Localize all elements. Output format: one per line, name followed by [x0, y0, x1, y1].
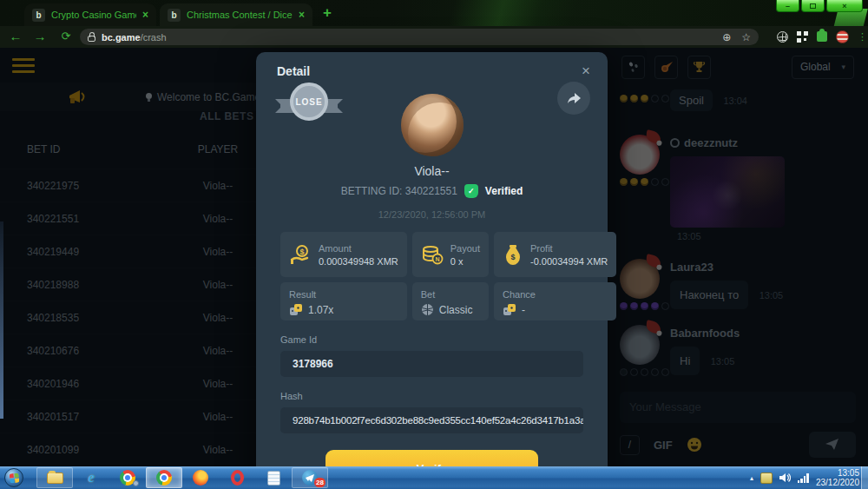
dice-icon — [289, 303, 303, 317]
address-bar[interactable]: bc.game/crash ⊕ ☆ — [80, 29, 759, 45]
tab-close-icon[interactable]: × — [142, 9, 148, 21]
tab-close-icon[interactable]: × — [299, 9, 305, 21]
stat-amount: $ Amount0.000349948 XMR — [280, 232, 407, 277]
notepad-icon — [267, 471, 280, 486]
ie-icon: e — [88, 469, 95, 486]
ssl-lock-icon[interactable] — [88, 36, 95, 42]
screen: b Crypto Casino Games - The 16 B × b Chr… — [0, 0, 868, 489]
lose-badge: LOSE — [280, 80, 338, 127]
new-tab-button[interactable]: + — [323, 4, 332, 22]
firefox-icon — [193, 470, 208, 486]
bet-stats-grid: $ Amount0.000349948 XMR N Payout0 x — [280, 232, 583, 320]
ball-icon — [421, 303, 434, 316]
hand-coin-icon: $ — [289, 243, 312, 266]
tab-favicon: b — [168, 9, 181, 22]
taskbar-notepad[interactable] — [255, 467, 292, 488]
money-bag-icon: $ — [503, 243, 523, 266]
stat-bet: Bet Classic — [412, 282, 489, 320]
taskbar-explorer[interactable] — [36, 467, 73, 488]
tray-expand-icon[interactable]: ▴ — [750, 474, 753, 482]
coin-stack-icon: N — [421, 243, 444, 266]
window-controls: – × — [776, 0, 863, 12]
stat-result: Result 1.07x — [280, 282, 407, 320]
svg-text:N: N — [435, 256, 439, 262]
system-tray: ▴ 13:05 23/12/2020 — [750, 466, 859, 489]
opera-icon — [231, 470, 244, 486]
taskbar-chrome-active[interactable] — [146, 467, 182, 488]
window-maximize-button[interactable] — [801, 0, 825, 12]
window-minimize-button[interactable]: – — [776, 0, 799, 12]
share-arrow-icon — [566, 91, 582, 105]
forward-button[interactable]: → — [31, 29, 49, 44]
taskbar-telegram[interactable]: 28 — [292, 467, 328, 488]
browser-tab-christmas-contest[interactable]: b Christmas Contest / Dice Roll Hu × — [160, 3, 312, 26]
taskbar-internet-explorer[interactable]: e — [73, 467, 109, 488]
back-button[interactable]: ← — [7, 29, 24, 44]
start-button[interactable] — [4, 468, 23, 487]
bet-datetime: 12/23/2020, 12:56:00 PM — [256, 209, 608, 220]
show-desktop-button[interactable] — [861, 466, 868, 489]
gear-icon — [133, 480, 139, 486]
taskbar-firefox[interactable] — [182, 467, 219, 488]
verified-label: Verified — [485, 185, 523, 197]
extensions-row: ⋮ — [777, 28, 861, 45]
hash-label: Hash — [280, 391, 583, 401]
stat-chance: Chance - — [494, 282, 616, 320]
modal-title: Detail — [277, 64, 310, 78]
game-id-label: Game Id — [280, 334, 583, 345]
svg-text:$: $ — [299, 248, 304, 256]
telegram-badge: 28 — [314, 478, 326, 487]
puzzle-extension-icon[interactable] — [817, 31, 827, 42]
browser-tab-bar: b Crypto Casino Games - The 16 B × b Chr… — [0, 0, 868, 26]
browser-profile-avatar[interactable] — [836, 30, 849, 43]
tab-title: Christmas Contest / Dice Roll Hu — [187, 10, 293, 20]
qr-extension-icon[interactable] — [797, 31, 808, 43]
url-text: bc.game/crash — [102, 32, 167, 43]
windows-taskbar: e 28 ▴ 13:05 — [0, 466, 868, 489]
game-id-field[interactable]: 3178966 — [280, 351, 583, 377]
window-close-button[interactable]: × — [826, 0, 863, 12]
network-signal-icon[interactable] — [798, 473, 809, 483]
taskbar-opera[interactable] — [219, 467, 255, 488]
tab-title: Crypto Casino Games - The 16 B — [51, 10, 136, 20]
betting-id: BETTING ID: 340221551 — [341, 185, 457, 197]
taskbar-clock[interactable]: 13:05 23/12/2020 — [816, 468, 859, 487]
player-avatar[interactable] — [401, 94, 464, 156]
chrome-icon — [156, 470, 172, 486]
browser-tab-crypto-casino[interactable]: b Crypto Casino Games - The 16 B × — [24, 3, 156, 26]
svg-text:$: $ — [510, 253, 515, 261]
dice-icon — [503, 303, 516, 317]
folder-icon — [47, 472, 63, 484]
window-border — [0, 221, 3, 419]
stat-profit: $ Profit-0.00034994 XMR — [494, 232, 616, 277]
tab-favicon: b — [32, 9, 45, 22]
bookmark-star-icon[interactable]: ☆ — [741, 31, 751, 43]
globe-extension-icon[interactable] — [777, 31, 788, 43]
player-name[interactable]: Viola-- — [256, 164, 608, 178]
taskbar-chromium[interactable] — [109, 467, 146, 488]
reload-button[interactable]: ⟳ — [57, 29, 75, 44]
windows-logo-icon — [9, 472, 19, 483]
language-indicator-icon[interactable] — [760, 472, 773, 484]
volume-icon[interactable] — [779, 472, 791, 483]
stat-payout: N Payout0 x — [412, 232, 489, 277]
share-button[interactable] — [557, 82, 590, 115]
hash-field[interactable]: 928b74b1b002f7ec6d302be88c9ed355cc140ef5… — [280, 407, 583, 433]
browser-menu-icon[interactable]: ⋮ — [858, 35, 861, 39]
bet-detail-modal: Detail × LOSE Viola-- BETTING ID: 340221… — [256, 52, 608, 486]
modal-close-icon[interactable]: × — [582, 63, 590, 78]
send-to-device-icon[interactable]: ⊕ — [722, 31, 731, 43]
verified-shield-icon: ✓ — [464, 184, 478, 198]
